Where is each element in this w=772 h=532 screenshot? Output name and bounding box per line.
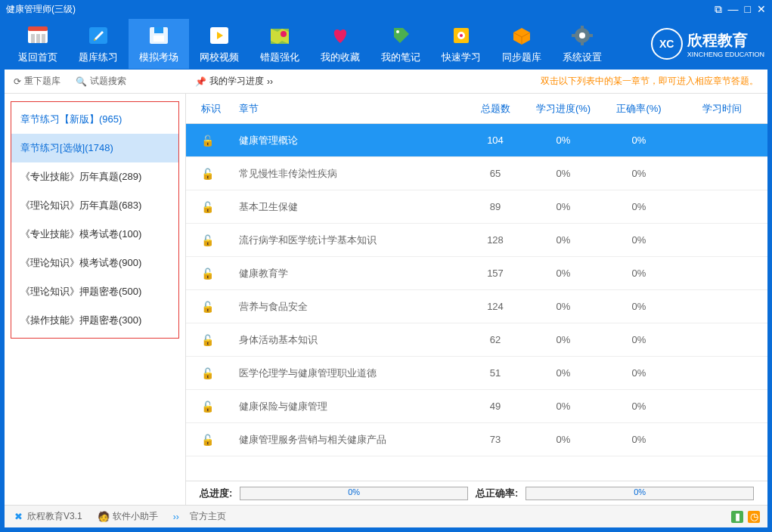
official-home[interactable]: ›› 官方主页 (173, 510, 227, 523)
cell-correct: 0% (601, 367, 677, 379)
sidebar-item[interactable]: 《操作技能》押题密卷(300) (11, 306, 178, 335)
toolbar-favorite[interactable]: 我的收藏 (310, 19, 370, 69)
map-icon (268, 23, 292, 48)
save-icon (147, 23, 171, 48)
cell-progress: 0% (526, 301, 601, 312)
total-correct-bar: 0% (526, 487, 754, 500)
col-chapter: 章节 (231, 102, 465, 116)
cell-correct: 0% (601, 201, 677, 212)
sidebar-item[interactable]: 章节练习[选做](1748) (11, 134, 178, 162)
lock-icon: 🔓 (201, 401, 214, 413)
cell-chapter: 健康管理服务营销与相关健康产品 (231, 433, 465, 447)
sidebar-item[interactable]: 章节练习【新版】(965) (11, 105, 178, 134)
cell-chapter: 流行病学和医学统计学基本知识 (231, 234, 465, 247)
total-correct-label: 总正确率: (476, 487, 518, 500)
toolbar-sync[interactable]: 同步题库 (491, 19, 552, 69)
svg-point-11 (281, 31, 287, 37)
cell-total: 104 (465, 135, 526, 146)
cell-correct: 0% (601, 135, 677, 146)
toolbar-practice[interactable]: 题库练习 (68, 19, 129, 69)
table-row[interactable]: 🔓流行病学和医学统计学基本知识1280%0% (186, 224, 767, 257)
app-version[interactable]: ✖欣程教育V3.1 (12, 510, 82, 523)
refresh-icon: ⟳ (14, 76, 21, 87)
search-icon: 🔍 (76, 76, 87, 87)
sidebar-item[interactable]: 《专业技能》模考试卷(100) (11, 220, 178, 249)
table-row[interactable]: 🔓身体活动基本知识620%0% (186, 323, 767, 357)
cell-progress: 0% (526, 401, 601, 412)
svg-rect-20 (572, 34, 575, 37)
table-header: 标识 章节 总题数 学习进度(%) 正确率(%) 学习时间 (186, 94, 767, 124)
cell-chapter: 基本卫生保健 (231, 200, 465, 214)
restore-icon[interactable]: ⧉ (715, 3, 722, 16)
pencil-icon (86, 23, 110, 48)
cell-total: 65 (465, 168, 526, 179)
toolbar-home[interactable]: 返回首页 (8, 19, 68, 69)
sidebar-item[interactable]: 《专业技能》历年真题(289) (11, 162, 178, 191)
cell-progress: 0% (526, 367, 601, 379)
maximize-icon[interactable]: □ (745, 3, 751, 16)
sidebar-item[interactable]: 《理论知识》模考试卷(900) (11, 249, 178, 277)
statusbar: ✖欣程教育V3.1 🧑软件小助手 ›› 官方主页 ▮ ◷ (5, 505, 767, 527)
toolbar-notes[interactable]: 我的笔记 (370, 19, 431, 69)
total-progress-label: 总进度: (200, 487, 232, 500)
my-progress[interactable]: 📌我的学习进度 ›› (195, 75, 273, 88)
cell-progress: 0% (526, 334, 601, 345)
total-progress-bar: 0% (240, 487, 468, 500)
subbar: ⟳重下题库 🔍试题搜索 📌我的学习进度 ›› 双击以下列表中的某一章节，即可进入… (5, 70, 767, 94)
toolbar-settings[interactable]: 系统设置 (552, 19, 612, 69)
svg-rect-2 (31, 34, 35, 43)
cell-progress: 0% (526, 168, 601, 179)
reload-questions[interactable]: ⟳重下题库 (14, 75, 60, 88)
cell-total: 89 (465, 201, 526, 212)
software-helper[interactable]: 🧑软件小助手 (98, 510, 158, 523)
lock-icon: 🔓 (201, 367, 214, 379)
table-row[interactable]: 🔓健康管理服务营销与相关健康产品730%0% (186, 423, 767, 456)
sidebar-list: 章节练习【新版】(965)章节练习[选做](1748)《专业技能》历年真题(28… (11, 101, 179, 339)
lock-icon: 🔓 (201, 301, 214, 313)
cell-chapter: 常见慢性非传染性疾病 (231, 167, 465, 181)
cell-progress: 0% (526, 268, 601, 279)
table-row[interactable]: 🔓基本卫生保健890%0% (186, 190, 767, 224)
gear-icon (570, 23, 594, 48)
cell-total: 124 (465, 301, 526, 312)
chevron-right-icon: ›› (173, 512, 179, 522)
clock-icon[interactable]: ◷ (748, 511, 760, 523)
minimize-icon[interactable]: — (728, 3, 739, 16)
sidebar-item[interactable]: 《理论知识》押题密卷(500) (11, 277, 178, 306)
helper-icon: 🧑 (98, 511, 110, 523)
col-mark: 标识 (186, 102, 231, 116)
toolbar-wrong[interactable]: 错题强化 (250, 19, 310, 69)
close-icon[interactable]: ✕ (757, 3, 766, 16)
sidebar-item[interactable]: 《理论知识》历年真题(683) (11, 191, 178, 220)
col-time: 学习时间 (677, 102, 767, 116)
table-row[interactable]: 🔓营养与食品安全1240%0% (186, 290, 767, 323)
chart-icon[interactable]: ▮ (731, 511, 743, 523)
sidebar: 章节练习【新版】(965)章节练习[选做](1748)《专业技能》历年真题(28… (5, 94, 186, 505)
safe-icon (449, 23, 473, 48)
table-row[interactable]: 🔓常见慢性非传染性疾病650%0% (186, 157, 767, 190)
table-row[interactable]: 🔓健康教育学1570%0% (186, 257, 767, 290)
toolbar-quick[interactable]: 快速学习 (431, 19, 491, 69)
pin-icon: 📌 (195, 76, 206, 87)
cell-total: 62 (465, 334, 526, 345)
window-title: 健康管理师(三级) (6, 3, 76, 16)
lock-icon: 🔓 (201, 168, 214, 180)
cell-total: 73 (465, 434, 526, 445)
svg-point-17 (579, 32, 585, 39)
cell-correct: 0% (601, 334, 677, 345)
toolbar-video[interactable]: 网校视频 (189, 19, 250, 69)
cell-progress: 0% (526, 234, 601, 246)
svg-rect-8 (153, 36, 164, 42)
search-questions[interactable]: 🔍试题搜索 (76, 75, 126, 88)
toolbar-mock-exam[interactable]: 模拟考场 (129, 19, 189, 69)
titlebar: 健康管理师(三级) ⧉ — □ ✕ (0, 0, 772, 18)
svg-rect-21 (589, 34, 593, 37)
lock-icon: 🔓 (201, 268, 214, 280)
logo-cn: 欣程教育 (687, 30, 764, 51)
cell-progress: 0% (526, 135, 601, 146)
cell-chapter: 营养与食品安全 (231, 300, 465, 314)
table-row[interactable]: 🔓医学伦理学与健康管理职业道德510%0% (186, 357, 767, 390)
col-correct: 正确率(%) (601, 102, 677, 116)
table-row[interactable]: 🔓健康管理概论1040%0% (186, 124, 767, 157)
table-row[interactable]: 🔓健康保险与健康管理490%0% (186, 390, 767, 423)
